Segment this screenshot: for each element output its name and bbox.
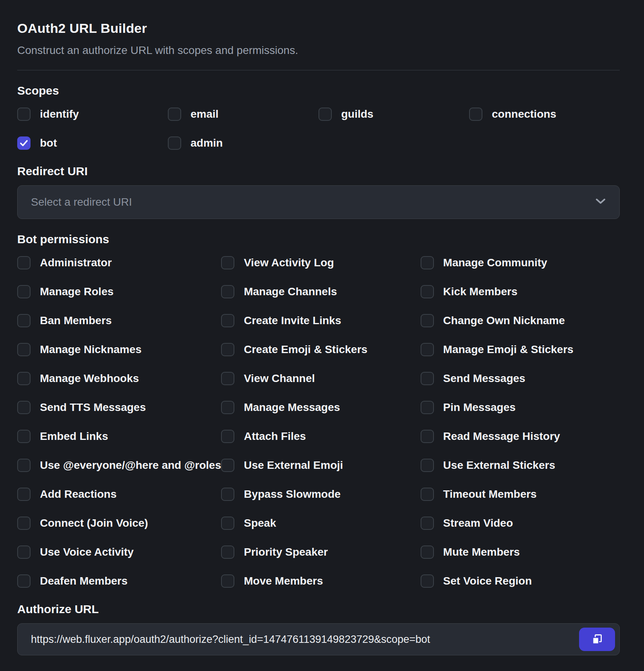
bot-permissions-grid: AdministratorView Activity LogManage Com… [17, 255, 620, 589]
permission-item-manage-nicknames[interactable]: Manage Nicknames [17, 342, 221, 357]
scope-item-identify[interactable]: identify [17, 106, 168, 122]
checkbox[interactable] [421, 285, 434, 298]
permission-item-manage-community[interactable]: Manage Community [421, 255, 620, 271]
checkbox[interactable] [17, 372, 31, 385]
checkbox[interactable] [221, 430, 234, 443]
checkbox[interactable] [221, 314, 234, 327]
checkbox[interactable] [221, 372, 234, 385]
permission-label: Manage Community [443, 255, 547, 271]
checkbox[interactable] [17, 488, 31, 501]
checkbox[interactable] [469, 108, 482, 121]
checkbox[interactable] [17, 314, 31, 327]
permission-label: Mute Members [443, 544, 520, 560]
permission-item-kick-members[interactable]: Kick Members [421, 284, 620, 300]
permission-label: Attach Files [244, 429, 306, 444]
checkbox[interactable] [221, 517, 234, 530]
checkbox[interactable] [318, 108, 332, 121]
checkbox[interactable] [421, 401, 434, 414]
permission-item-timeout-members[interactable]: Timeout Members [421, 486, 620, 502]
permission-item-set-voice-region[interactable]: Set Voice Region [421, 573, 620, 589]
permission-label: View Channel [244, 371, 315, 386]
checkbox[interactable] [421, 574, 434, 588]
permission-item-manage-roles[interactable]: Manage Roles [17, 284, 221, 300]
checkbox[interactable] [421, 343, 434, 356]
permission-item-embed-links[interactable]: Embed Links [17, 429, 221, 444]
checkbox[interactable] [421, 545, 434, 559]
scope-item-bot[interactable]: bot [17, 135, 168, 151]
check-icon [20, 140, 28, 147]
checkbox[interactable] [221, 574, 234, 588]
checkbox[interactable] [17, 545, 31, 559]
permission-item-pin-messages[interactable]: Pin Messages [421, 400, 620, 415]
checkbox[interactable] [421, 517, 434, 530]
permission-item-bypass-slowmode[interactable]: Bypass Slowmode [221, 486, 420, 502]
checkbox[interactable] [221, 256, 234, 269]
permission-label: Stream Video [443, 515, 513, 531]
checkbox[interactable] [168, 136, 181, 150]
permission-item-ban-members[interactable]: Ban Members [17, 313, 221, 328]
permission-item-manage-channels[interactable]: Manage Channels [221, 284, 420, 300]
permission-item-use-everyone-here-and-roles[interactable]: Use @everyone/@here and @roles [17, 458, 221, 473]
checkbox[interactable] [421, 430, 434, 443]
permission-item-administrator[interactable]: Administrator [17, 255, 221, 271]
permission-item-view-channel[interactable]: View Channel [221, 371, 420, 386]
checkbox[interactable] [421, 488, 434, 501]
checkbox[interactable] [17, 459, 31, 472]
permission-item-send-tts-messages[interactable]: Send TTS Messages [17, 400, 221, 415]
permission-item-create-emoji-stickers[interactable]: Create Emoji & Stickers [221, 342, 420, 357]
permission-label: Deafen Members [40, 573, 128, 589]
checkbox[interactable] [421, 372, 434, 385]
permission-label: Manage Nicknames [40, 342, 142, 357]
checkbox[interactable] [17, 256, 31, 269]
scope-label: bot [40, 135, 57, 151]
permission-item-manage-messages[interactable]: Manage Messages [221, 400, 420, 415]
permission-item-deafen-members[interactable]: Deafen Members [17, 573, 221, 589]
checkbox[interactable] [221, 459, 234, 472]
permission-label: Send TTS Messages [40, 400, 146, 415]
checkbox[interactable] [421, 459, 434, 472]
permission-label: Priority Speaker [244, 544, 328, 560]
authorize-url-bar: https://web.fluxer.app/oauth2/authorize?… [17, 623, 620, 655]
permission-item-manage-webhooks[interactable]: Manage Webhooks [17, 371, 221, 386]
permission-item-create-invite-links[interactable]: Create Invite Links [221, 313, 420, 328]
checkbox[interactable] [17, 108, 31, 121]
page-subtitle: Construct an authorize URL with scopes a… [17, 44, 620, 57]
permission-item-use-voice-activity[interactable]: Use Voice Activity [17, 544, 221, 560]
scope-item-email[interactable]: email [168, 106, 318, 122]
checkbox[interactable] [221, 488, 234, 501]
checkbox[interactable] [221, 343, 234, 356]
copy-url-button[interactable] [579, 628, 615, 651]
permission-item-speak[interactable]: Speak [221, 515, 420, 531]
scope-item-connections[interactable]: connections [469, 106, 620, 122]
checkbox[interactable] [421, 256, 434, 269]
checkbox[interactable] [17, 430, 31, 443]
permission-item-send-messages[interactable]: Send Messages [421, 371, 620, 386]
checkbox[interactable] [17, 574, 31, 588]
checkbox[interactable] [17, 517, 31, 530]
permission-item-priority-speaker[interactable]: Priority Speaker [221, 544, 420, 560]
checkbox[interactable] [221, 545, 234, 559]
checkbox[interactable] [221, 285, 234, 298]
permission-item-read-message-history[interactable]: Read Message History [421, 429, 620, 444]
scope-item-guilds[interactable]: guilds [318, 106, 469, 122]
redirect-uri-select[interactable]: Select a redirect URI [17, 185, 620, 219]
permission-item-manage-emoji-stickers[interactable]: Manage Emoji & Stickers [421, 342, 620, 357]
checkbox[interactable] [17, 401, 31, 414]
permission-item-use-external-emoji[interactable]: Use External Emoji [221, 458, 420, 473]
scope-item-admin[interactable]: admin [168, 135, 318, 151]
checkbox[interactable] [17, 285, 31, 298]
permission-item-move-members[interactable]: Move Members [221, 573, 420, 589]
checkbox[interactable] [168, 108, 181, 121]
checkbox-checked[interactable] [17, 136, 31, 150]
permission-item-change-own-nickname[interactable]: Change Own Nickname [421, 313, 620, 328]
permission-item-add-reactions[interactable]: Add Reactions [17, 486, 221, 502]
permission-item-connect-join-voice[interactable]: Connect (Join Voice) [17, 515, 221, 531]
permission-item-stream-video[interactable]: Stream Video [421, 515, 620, 531]
permission-item-use-external-stickers[interactable]: Use External Stickers [421, 458, 620, 473]
checkbox[interactable] [421, 314, 434, 327]
permission-item-view-activity-log[interactable]: View Activity Log [221, 255, 420, 271]
permission-item-attach-files[interactable]: Attach Files [221, 429, 420, 444]
permission-item-mute-members[interactable]: Mute Members [421, 544, 620, 560]
checkbox[interactable] [221, 401, 234, 414]
checkbox[interactable] [17, 343, 31, 356]
